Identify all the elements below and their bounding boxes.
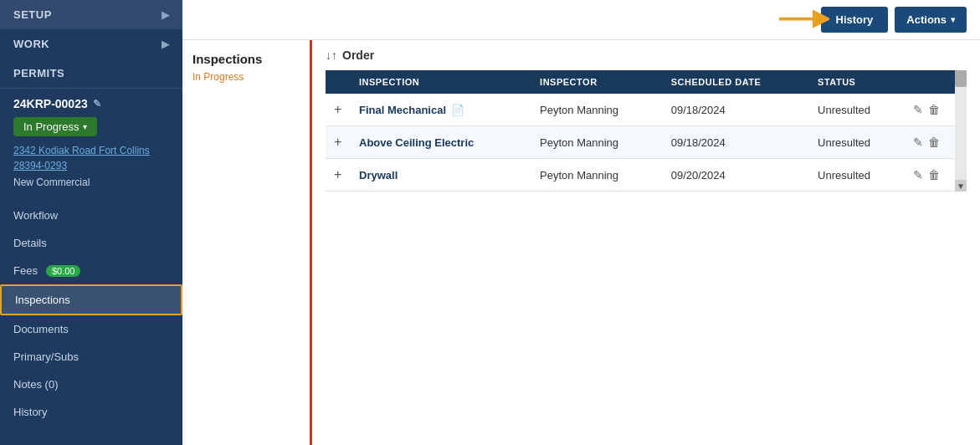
delete-row2-icon[interactable]: 🗑 [928, 136, 940, 149]
scrollbar[interactable]: ▲ ▼ [955, 70, 967, 192]
row1-actions: ✎ 🗑 [913, 103, 947, 116]
sidebar-item-primary-subs[interactable]: Primary/Subs [0, 343, 182, 371]
sidebar-nav-setup[interactable]: SETUP ▶ [0, 0, 182, 29]
table-row: + Drywall Peyton Manning 09/20/2024 Unre… [326, 159, 955, 192]
edit-row3-icon[interactable]: ✎ [913, 168, 923, 182]
order-link[interactable]: ↓↑ Order [326, 49, 967, 62]
status-dropdown-arrow-icon: ▾ [83, 122, 87, 131]
main-content: History Actions ▾ Inspections In Progres… [182, 0, 980, 445]
sidebar-nav-work[interactable]: WORK ▶ [0, 29, 182, 59]
sidebar-item-history[interactable]: History [0, 398, 182, 426]
content-area: Inspections In Progress ↓↑ Order INSPECT… [182, 40, 980, 445]
inspections-table: INSPECTION INSPECTOR SCHEDULED DATE STAT… [326, 70, 955, 192]
sidebar-nav-permits[interactable]: PERMITS [0, 59, 182, 88]
edit-icon[interactable]: ✎ [93, 98, 101, 110]
col-header-add [326, 70, 351, 94]
delete-row1-icon[interactable]: 🗑 [928, 103, 940, 116]
right-panel: ↓↑ Order INSPECTION INSPECTOR SCHEDULED … [312, 40, 980, 445]
delete-row3-icon[interactable]: 🗑 [928, 168, 940, 182]
add-inspection-row1-button[interactable]: + [334, 102, 341, 117]
sidebar-menu: Workflow Details Fees $0.00 Inspections … [0, 202, 182, 445]
arrow-indicator [779, 6, 829, 33]
inspector-row1: Peyton Manning [531, 94, 663, 126]
sidebar-item-details[interactable]: Details [0, 229, 182, 257]
status-row1: Unresulted [809, 94, 905, 126]
status-badge[interactable]: In Progress ▾ [13, 117, 97, 136]
edit-row2-icon[interactable]: ✎ [913, 136, 923, 149]
document-icon: 📄 [451, 104, 464, 116]
col-header-actions [905, 70, 955, 94]
left-panel-status: In Progress [182, 69, 310, 84]
table-row: + Above Ceiling Electric Peyton Manning … [326, 126, 955, 159]
inspector-row3: Peyton Manning [531, 159, 663, 192]
chevron-right-icon: ▶ [162, 9, 170, 21]
permit-info-section: 24KRP-00023 ✎ In Progress ▾ 2342 Kodiak … [0, 88, 182, 193]
add-inspection-row3-button[interactable]: + [334, 167, 341, 182]
table-row: + Final Mechanical 📄 Peyton Manning 09 [326, 94, 955, 126]
fee-badge: $0.00 [46, 265, 81, 277]
left-panel: Inspections In Progress [182, 40, 312, 445]
chevron-right-icon: ▶ [162, 38, 170, 50]
col-header-inspection: INSPECTION [351, 70, 531, 94]
col-header-scheduled-date: SCHEDULED DATE [663, 70, 809, 94]
row2-actions: ✎ 🗑 [913, 136, 947, 149]
left-panel-title: Inspections [182, 49, 310, 69]
top-bar: History Actions ▾ [182, 0, 980, 40]
date-row2: 09/18/2024 [663, 126, 809, 159]
permit-id: 24KRP-00023 ✎ [13, 97, 169, 110]
status-row3: Unresulted [809, 159, 905, 192]
inspection-name-row1: Final Mechanical 📄 [359, 104, 523, 116]
inspections-table-container: INSPECTION INSPECTOR SCHEDULED DATE STAT… [326, 70, 955, 192]
sidebar-item-workflow[interactable]: Workflow [0, 202, 182, 229]
col-header-inspector: INSPECTOR [531, 70, 663, 94]
sidebar-item-inspections[interactable]: Inspections [0, 284, 182, 315]
edit-row1-icon[interactable]: ✎ [913, 103, 923, 116]
date-row1: 09/18/2024 [663, 94, 809, 126]
history-button[interactable]: History [821, 7, 889, 33]
sidebar-item-fees[interactable]: Fees $0.00 [0, 257, 182, 284]
add-inspection-row2-button[interactable]: + [334, 135, 341, 150]
date-row3: 09/20/2024 [663, 159, 809, 192]
permit-type: New Commercial [13, 176, 169, 188]
inspections-table-wrapper: INSPECTION INSPECTOR SCHEDULED DATE STAT… [326, 70, 967, 192]
row3-actions: ✎ 🗑 [913, 168, 947, 182]
permit-address[interactable]: 2342 Kodiak Road Fort Collins 28394-0293 [13, 143, 169, 173]
sidebar: SETUP ▶ WORK ▶ PERMITS 24KRP-00023 ✎ In … [0, 0, 182, 445]
sidebar-item-notes[interactable]: Notes (0) [0, 371, 182, 398]
actions-button[interactable]: Actions ▾ [895, 7, 967, 33]
inspection-name-row2: Above Ceiling Electric [359, 136, 523, 149]
inspector-row2: Peyton Manning [531, 126, 663, 159]
sidebar-top-nav: SETUP ▶ WORK ▶ PERMITS [0, 0, 182, 88]
sort-icon: ↓↑ [326, 49, 337, 62]
col-header-status: STATUS [809, 70, 905, 94]
status-row2: Unresulted [809, 126, 905, 159]
actions-dropdown-arrow-icon: ▾ [951, 15, 955, 24]
scroll-thumb[interactable] [955, 70, 967, 87]
sidebar-item-documents[interactable]: Documents [0, 315, 182, 343]
scroll-down-icon[interactable]: ▼ [955, 180, 967, 192]
inspection-name-row3: Drywall [359, 169, 523, 182]
